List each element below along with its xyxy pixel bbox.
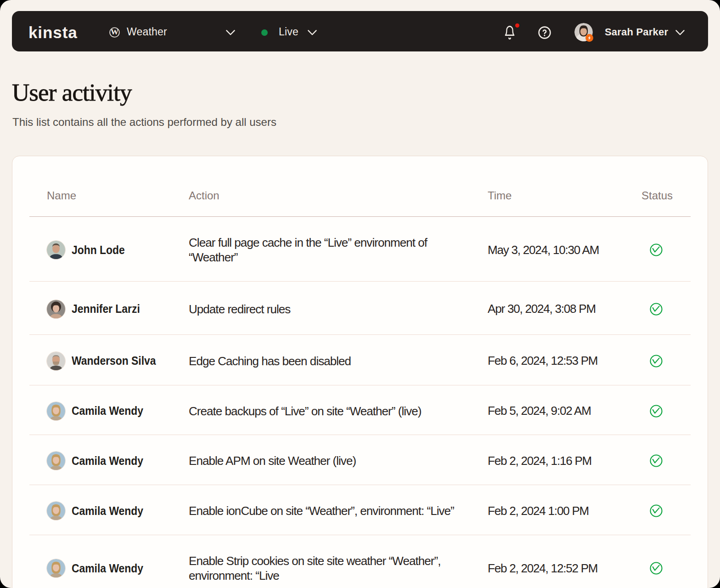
- svg-text:W: W: [111, 28, 118, 36]
